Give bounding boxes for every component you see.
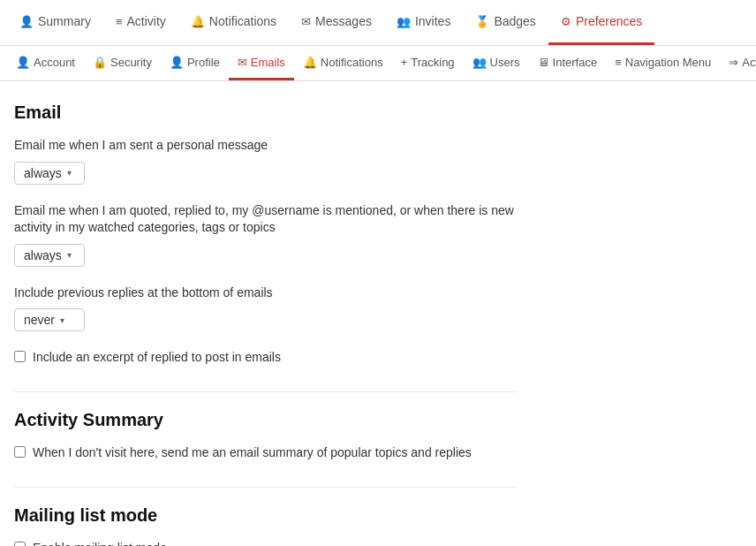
top-nav-activity-label: Activity xyxy=(127,14,166,28)
activity-summary-checkbox[interactable] xyxy=(14,446,26,458)
second-nav-profile[interactable]: 👤 Profile xyxy=(161,46,229,80)
activitypub-icon: ⇒ xyxy=(729,56,738,69)
second-nav-interface[interactable]: 🖥 Interface xyxy=(529,46,607,80)
excerpt-checkbox-label: Include an excerpt of replied to post in… xyxy=(33,349,281,367)
top-nav-invites-label: Invites xyxy=(415,14,450,28)
list-icon: ≡ xyxy=(116,15,123,28)
mention-reply-field: Email me when I am quoted, replied to, m… xyxy=(14,202,516,267)
top-nav-summary[interactable]: 👤 Summary xyxy=(7,0,103,45)
second-nav-account-label: Account xyxy=(34,56,75,69)
chevron-down-icon: ▾ xyxy=(67,168,72,178)
personal-message-label: Email me when I am sent a personal messa… xyxy=(14,137,516,155)
email-icon: ✉ xyxy=(238,56,247,69)
excerpt-checkbox[interactable] xyxy=(14,351,26,362)
nav-menu-icon: ≡ xyxy=(615,56,622,69)
activity-summary-title: Activity Summary xyxy=(14,410,516,430)
second-nav-users[interactable]: 👥 Users xyxy=(464,46,529,80)
second-nav-tracking[interactable]: + Tracking xyxy=(392,46,464,80)
lock-icon: 🔒 xyxy=(93,56,107,69)
activity-summary-section: Activity Summary When I don't visit here… xyxy=(14,410,516,462)
second-nav-notifications-label: Notifications xyxy=(321,56,383,69)
mailing-list-section: Mailing list mode Enable mailing list mo… xyxy=(14,505,516,546)
second-nav-security-label: Security xyxy=(110,56,152,69)
previous-replies-field: Include previous replies at the bottom o… xyxy=(14,284,516,332)
personal-message-select-value: always xyxy=(24,166,62,180)
top-nav-notifications[interactable]: 🔔 Notifications xyxy=(178,0,289,45)
chevron-down-icon-2: ▾ xyxy=(67,250,72,260)
activity-summary-checkbox-label: When I don't visit here, send me an emai… xyxy=(33,444,472,462)
envelope-icon: ✉ xyxy=(301,15,311,28)
section-divider-1 xyxy=(14,391,516,392)
second-nav-activitypub[interactable]: ⇒ ActivityPub xyxy=(720,46,756,80)
top-nav-invites[interactable]: 👥 Invites xyxy=(384,0,463,45)
top-nav-messages-label: Messages xyxy=(315,14,372,28)
main-content: Email Email me when I am sent a personal… xyxy=(0,81,530,546)
top-navigation: 👤 Summary ≡ Activity 🔔 Notifications ✉ M… xyxy=(0,0,756,46)
mailing-list-checkbox-row: Enable mailing list mode xyxy=(14,540,516,546)
mailing-list-checkbox-label: Enable mailing list mode xyxy=(33,540,167,546)
notif-icon: 🔔 xyxy=(303,56,317,69)
top-nav-summary-label: Summary xyxy=(38,14,91,28)
top-nav-preferences-label: Preferences xyxy=(576,14,642,28)
second-nav-users-label: Users xyxy=(490,56,520,69)
second-nav-navigation-menu[interactable]: ≡ Navigation Menu xyxy=(606,46,720,80)
gear-icon: ⚙ xyxy=(561,15,571,28)
second-nav-security[interactable]: 🔒 Security xyxy=(84,46,161,80)
top-nav-messages[interactable]: ✉ Messages xyxy=(289,0,384,45)
top-nav-notifications-label: Notifications xyxy=(209,14,276,28)
excerpt-checkbox-row: Include an excerpt of replied to post in… xyxy=(14,349,516,367)
previous-replies-select[interactable]: never ▾ xyxy=(14,308,85,331)
second-nav-tracking-label: Tracking xyxy=(411,56,454,69)
second-nav-interface-label: Interface xyxy=(553,56,598,69)
email-section: Email Email me when I am sent a personal… xyxy=(14,102,516,367)
chevron-down-icon-3: ▾ xyxy=(60,315,64,325)
second-nav-profile-label: Profile xyxy=(187,56,220,69)
second-nav-emails[interactable]: ✉ Emails xyxy=(229,46,294,80)
profile-icon: 👤 xyxy=(170,56,184,69)
mention-reply-label: Email me when I am quoted, replied to, m… xyxy=(14,202,516,237)
second-nav-activitypub-label: ActivityPub xyxy=(742,56,756,69)
top-nav-badges-label: Badges xyxy=(494,14,535,28)
top-nav-badges[interactable]: 🏅 Badges xyxy=(463,0,548,45)
second-nav-account[interactable]: 👤 Account xyxy=(7,46,84,80)
previous-replies-label: Include previous replies at the bottom o… xyxy=(14,284,516,302)
mention-reply-select-value: always xyxy=(24,248,62,262)
account-icon: 👤 xyxy=(16,56,30,69)
section-divider-2 xyxy=(14,487,516,488)
personal-message-select[interactable]: always ▾ xyxy=(14,162,85,185)
mailing-list-checkbox[interactable] xyxy=(14,542,26,546)
second-nav-emails-label: Emails xyxy=(251,56,285,69)
top-nav-preferences[interactable]: ⚙ Preferences xyxy=(548,0,654,45)
mention-reply-select[interactable]: always ▾ xyxy=(14,244,85,267)
top-nav-activity[interactable]: ≡ Activity xyxy=(103,0,178,45)
second-navigation: 👤 Account 🔒 Security 👤 Profile ✉ Emails … xyxy=(0,46,756,81)
email-section-title: Email xyxy=(14,102,516,123)
users-icon: 👥 xyxy=(397,15,411,28)
users2-icon: 👥 xyxy=(472,56,487,69)
badge-icon: 🏅 xyxy=(475,15,489,28)
tracking-icon: + xyxy=(401,56,408,69)
activity-summary-checkbox-row: When I don't visit here, send me an emai… xyxy=(14,444,516,462)
person-icon: 👤 xyxy=(19,15,34,28)
bell-icon: 🔔 xyxy=(191,15,205,28)
second-nav-navigation-menu-label: Navigation Menu xyxy=(625,56,712,69)
monitor-icon: 🖥 xyxy=(538,56,549,69)
mailing-list-title: Mailing list mode xyxy=(14,505,516,526)
second-nav-notifications[interactable]: 🔔 Notifications xyxy=(294,46,392,80)
previous-replies-select-value: never xyxy=(24,313,55,327)
personal-message-field: Email me when I am sent a personal messa… xyxy=(14,137,516,185)
